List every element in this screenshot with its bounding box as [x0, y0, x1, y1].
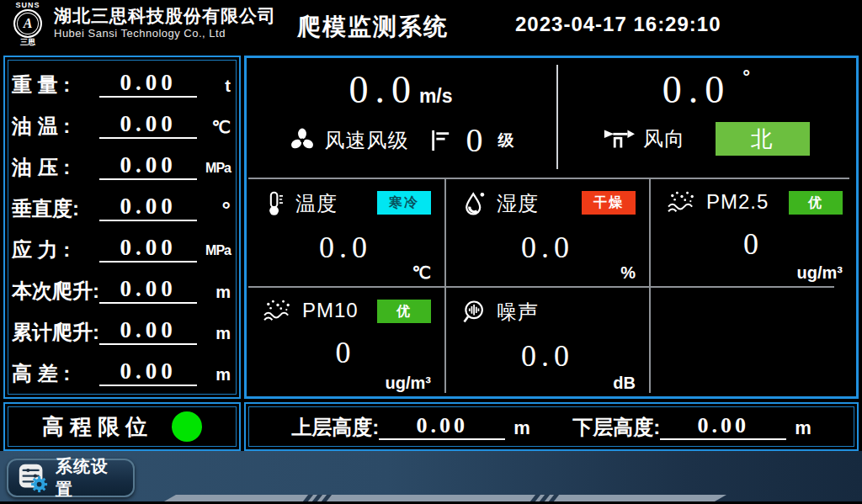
sensor-label: PM10 — [302, 299, 359, 322]
settings-label: 系统设置 — [56, 455, 125, 501]
metric-row-oil-pressure: 油 压 : 0.00 MPa — [12, 151, 231, 180]
wind-direction-chip: 北 — [716, 122, 810, 156]
stripe-slash — [321, 494, 333, 502]
wind-vane-icon — [603, 125, 635, 152]
droplet-icon — [461, 189, 488, 218]
metric-label: 本次爬升: — [12, 279, 99, 304]
wind-speed-section: 0.0 m/s 风速风级 — [247, 58, 555, 176]
dust-icon — [666, 189, 698, 215]
metric-row-verticality: 垂直度: 0.00 ° — [12, 193, 231, 221]
dust-icon — [262, 298, 294, 323]
upper-height-group: 上层高度: 0.00 m — [291, 413, 530, 440]
header: SUNS A 三思 湖北三思科技股份有限公司 Hubei Sansi Techn… — [0, 0, 862, 48]
sensor-unit: % — [620, 263, 636, 283]
header-divider — [0, 48, 862, 50]
sensor-value: 0 — [248, 335, 443, 370]
lower-height-label: 下层高度: — [572, 415, 660, 440]
metric-value: 0.00 — [99, 110, 197, 139]
metric-value: 0.00 — [99, 358, 197, 386]
thermometer-icon — [262, 189, 287, 218]
metric-row-oil-temp: 油 温 : 0.00 ℃ — [12, 110, 231, 139]
company-name-cn: 湖北三思科技股份有限公司 — [54, 5, 276, 26]
metric-unit: ℃ — [197, 115, 231, 139]
page-title: 爬模监测系统 — [297, 11, 449, 43]
elevation-limit-label: 高程限位 — [42, 412, 153, 442]
status-badge: 寒冷 — [377, 191, 431, 215]
grid-line — [248, 286, 834, 288]
logo-bottom-text: 三思 — [5, 38, 51, 46]
sensor-unit: ℃ — [412, 263, 431, 283]
metric-label: 油 压 : — [12, 155, 99, 180]
sensor-label: 温度 — [295, 190, 338, 217]
metric-value: 0.00 — [99, 234, 197, 263]
wind-flag-icon — [429, 128, 451, 153]
lower-height-value: 0.00 — [660, 413, 786, 440]
footer-bar: 系统设置 — [0, 451, 862, 504]
grid-line — [248, 178, 849, 179]
grid-line — [649, 179, 651, 393]
sensor-value: 0.0 — [248, 230, 443, 265]
metric-row-current-climb: 本次爬升: 0.00 m — [12, 275, 231, 304]
metric-row-stress: 应 力 : 0.00 MPa — [12, 234, 231, 263]
wind-speed-value: 0.0 — [349, 65, 418, 115]
settings-icon — [17, 462, 49, 494]
fan-icon — [288, 126, 317, 155]
sensor-value: 0.0 — [448, 230, 647, 265]
sensor-cell-pm25: PM2.5 优 0 ug/m³ — [652, 181, 854, 284]
company-block: 湖北三思科技股份有限公司 Hubei Sansi Technology Co.,… — [54, 5, 276, 40]
metric-label: 应 力 : — [12, 237, 99, 263]
stripe-slash — [548, 494, 560, 502]
wind-level-unit: 级 — [498, 130, 514, 151]
metric-value: 0.00 — [99, 275, 197, 304]
metric-row-total-climb: 累计爬升: 0.00 m — [12, 316, 231, 345]
company-name-en: Hubei Sansi Technology Co., Ltd — [54, 26, 276, 40]
elevation-limit-box: 高程限位 — [3, 402, 241, 451]
wind-speed-label: 风速风级 — [325, 127, 409, 154]
system-settings-button[interactable]: 系统设置 — [7, 459, 135, 497]
metric-label: 垂直度: — [12, 196, 99, 221]
metric-label: 油 温 : — [12, 114, 99, 139]
status-badge: 优 — [377, 300, 431, 323]
lower-height-group: 下层高度: 0.00 m — [572, 413, 811, 440]
wind-level-value: 0 — [466, 122, 483, 159]
wind-direction-section: 0.0 ° 风向 北 — [558, 58, 854, 176]
sensor-cell-noise: 噪声 0.0 dB — [448, 289, 647, 395]
metric-row-height-diff: 高 差 : 0.00 m — [12, 358, 231, 386]
wind-speed-unit: m/s — [419, 85, 453, 108]
metric-unit: m — [197, 280, 231, 304]
metric-label: 重 量 : — [12, 72, 99, 98]
sensor-cell-temperature: 温度 寒冷 0.0 ℃ — [248, 181, 443, 284]
sensor-unit: dB — [613, 374, 636, 393]
metric-value: 0.00 — [99, 151, 197, 180]
sensor-label: 湿度 — [497, 190, 539, 217]
upper-height-label: 上层高度: — [291, 415, 379, 440]
wind-direction-label: 风向 — [643, 125, 685, 152]
elevation-limit-indicator — [172, 411, 202, 442]
sensor-value: 0.0 — [448, 338, 647, 374]
suns-logo: SUNS A 三思 — [5, 1, 51, 46]
metric-unit: m — [197, 321, 231, 345]
lower-height-unit: m — [795, 416, 811, 440]
wind-direction-unit: ° — [742, 65, 750, 90]
footer-stripe — [164, 495, 726, 501]
metric-value: 0.00 — [99, 316, 197, 345]
environment-panel: 0.0 m/s 风速风级 — [244, 56, 859, 399]
sensor-label: PM2.5 — [706, 190, 769, 214]
grid-line — [444, 179, 446, 393]
metric-label: 累计爬升: — [12, 320, 99, 345]
metric-value: 0.00 — [99, 69, 197, 98]
upper-height-value: 0.00 — [379, 413, 505, 440]
sensor-unit: ug/m³ — [386, 374, 431, 393]
sensor-unit: ug/m³ — [797, 263, 843, 283]
sensor-label: 噪声 — [497, 299, 539, 326]
metric-unit: m — [197, 363, 231, 386]
wind-direction-value: 0.0 — [662, 65, 732, 115]
metric-sidebar: 重 量 : 0.00 t 油 温 : 0.00 ℃ 油 压 : 0.00 MPa… — [3, 56, 241, 399]
metric-row-weight: 重 量 : 0.00 t — [12, 69, 231, 98]
datetime: 2023-04-17 16:29:10 — [515, 13, 721, 36]
metric-unit: t — [197, 74, 231, 98]
metric-unit: MPa — [197, 239, 231, 263]
metric-unit: ° — [197, 198, 231, 221]
noise-icon — [461, 298, 488, 326]
sensor-cell-pm10: PM10 优 0 ug/m³ — [248, 289, 443, 395]
